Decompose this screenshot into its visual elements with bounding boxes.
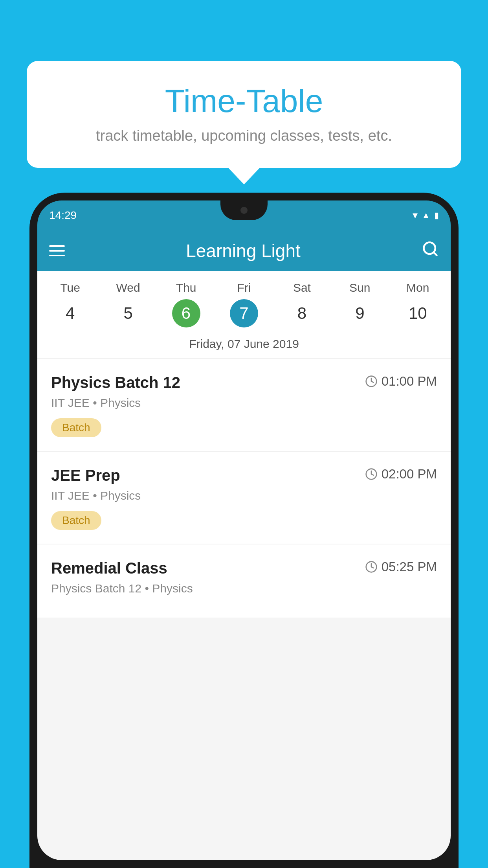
day-col-fri[interactable]: Fri7 (218, 281, 270, 327)
day-name: Tue (60, 281, 80, 294)
battery-icon: ▮ (434, 210, 439, 221)
status-bar: 14:29 ▾ ▲ ▮ (37, 200, 451, 230)
status-time: 14:29 (49, 209, 77, 222)
app-title: Learning Light (186, 240, 301, 261)
camera (240, 207, 248, 214)
day-name: Sun (349, 281, 370, 294)
schedule-title: JEE Prep (51, 467, 120, 484)
app-screen: Learning Light Tue4Wed5Thu6Fri7Sat8Sun9M… (37, 230, 451, 860)
day-number: 4 (56, 299, 84, 327)
wifi-icon: ▾ (413, 209, 418, 221)
schedule-time: 01:00 PM (365, 374, 437, 389)
schedule-subtitle: Physics Batch 12 • Physics (51, 582, 437, 595)
app-bar: Learning Light (37, 230, 451, 271)
notch (220, 200, 268, 220)
tooltip-subtitle: track timetable, upcoming classes, tests… (50, 127, 438, 144)
schedule-list: Physics Batch 1201:00 PMIIT JEE • Physic… (37, 359, 451, 618)
batch-badge: Batch (51, 511, 101, 530)
svg-line-1 (434, 252, 437, 255)
day-name: Mon (406, 281, 429, 294)
status-icons: ▾ ▲ ▮ (413, 209, 439, 221)
schedule-item[interactable]: Remedial Class05:25 PMPhysics Batch 12 •… (37, 544, 451, 618)
search-icon[interactable] (422, 240, 439, 261)
day-col-mon[interactable]: Mon10 (392, 281, 443, 327)
tooltip-title: Time-Table (50, 83, 438, 120)
schedule-title: Remedial Class (51, 559, 167, 577)
day-number: 7 (230, 299, 258, 327)
schedule-item-header: JEE Prep02:00 PM (51, 467, 437, 484)
schedule-subtitle: IIT JEE • Physics (51, 489, 437, 502)
schedule-subtitle: IIT JEE • Physics (51, 396, 437, 410)
schedule-title: Physics Batch 12 (51, 374, 180, 392)
day-number: 10 (404, 299, 432, 327)
day-number: 8 (288, 299, 316, 327)
signal-icon: ▲ (422, 210, 430, 221)
day-col-tue[interactable]: Tue4 (45, 281, 96, 327)
schedule-item-header: Remedial Class05:25 PM (51, 559, 437, 577)
selected-date-label: Friday, 07 June 2019 (37, 333, 451, 353)
schedule-time-value: 01:00 PM (382, 374, 437, 389)
schedule-time-value: 05:25 PM (382, 559, 437, 574)
day-col-sat[interactable]: Sat8 (276, 281, 327, 327)
day-number: 9 (346, 299, 374, 327)
day-number: 5 (114, 299, 142, 327)
schedule-item-header: Physics Batch 1201:00 PM (51, 374, 437, 392)
schedule-time: 02:00 PM (365, 467, 437, 482)
schedule-item[interactable]: JEE Prep02:00 PMIIT JEE • PhysicsBatch (37, 452, 451, 544)
day-name: Sat (293, 281, 311, 294)
days-row: Tue4Wed5Thu6Fri7Sat8Sun9Mon10 (37, 281, 451, 327)
schedule-time: 05:25 PM (365, 559, 437, 574)
day-col-sun[interactable]: Sun9 (334, 281, 385, 327)
phone-frame: 14:29 ▾ ▲ ▮ Learning Light (29, 193, 459, 868)
day-name: Thu (176, 281, 196, 294)
batch-badge: Batch (51, 418, 101, 437)
schedule-item[interactable]: Physics Batch 1201:00 PMIIT JEE • Physic… (37, 359, 451, 451)
day-col-wed[interactable]: Wed5 (103, 281, 154, 327)
day-name: Fri (237, 281, 251, 294)
hamburger-menu-icon[interactable] (49, 245, 65, 256)
day-number: 6 (172, 299, 200, 327)
day-col-thu[interactable]: Thu6 (161, 281, 212, 327)
schedule-time-value: 02:00 PM (382, 467, 437, 482)
tooltip-card: Time-Table track timetable, upcoming cla… (27, 61, 461, 168)
calendar-header: Tue4Wed5Thu6Fri7Sat8Sun9Mon10 Friday, 07… (37, 271, 451, 359)
day-name: Wed (116, 281, 140, 294)
